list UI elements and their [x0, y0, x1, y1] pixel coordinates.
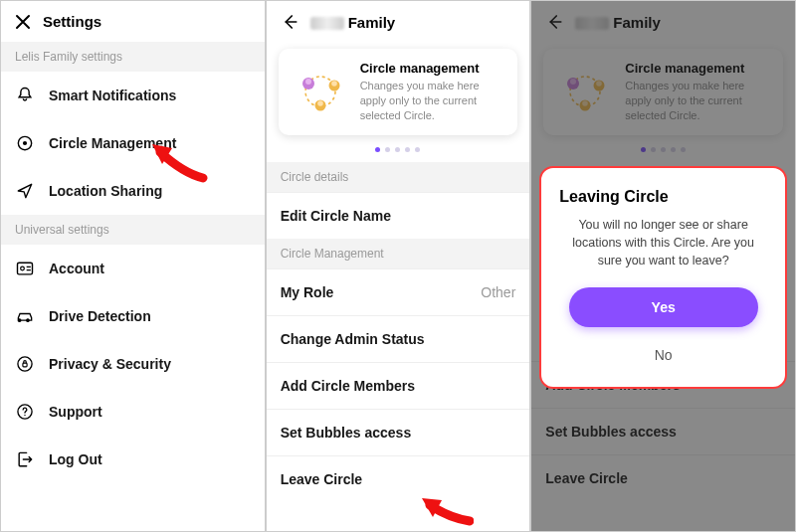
svg-rect-2	[18, 263, 33, 274]
svg-point-11	[331, 81, 337, 87]
people-circle-icon	[293, 64, 348, 119]
back-icon[interactable]	[281, 13, 298, 31]
settings-header: Settings	[1, 1, 265, 42]
logout-icon	[15, 449, 35, 469]
svg-point-9	[305, 79, 311, 85]
car-icon	[15, 306, 35, 326]
list-item-label: Privacy & Security	[49, 356, 171, 372]
dot-icon	[395, 147, 400, 152]
bell-icon	[15, 86, 35, 105]
list-item-label: Drive Detection	[49, 308, 151, 324]
log-out-item[interactable]: Log Out	[1, 436, 265, 483]
circle-header: Family	[267, 1, 530, 43]
smart-notifications-item[interactable]: Smart Notifications	[1, 72, 265, 119]
redacted-name	[310, 17, 344, 30]
list-item-label: Smart Notifications	[49, 88, 176, 103]
close-icon[interactable]	[15, 14, 31, 30]
svg-point-4	[18, 357, 32, 371]
row-label: Edit Circle Name	[281, 208, 391, 224]
location-sharing-item[interactable]: Location Sharing	[1, 167, 265, 215]
row-label: Set Bubbles access	[281, 425, 412, 441]
svg-rect-5	[23, 363, 27, 367]
edit-circle-name-item[interactable]: Edit Circle Name	[267, 192, 530, 239]
set-bubbles-access-item[interactable]: Set Bubbles access	[267, 409, 530, 455]
list-item-label: Log Out	[49, 451, 102, 467]
list-item-label: Account	[49, 261, 104, 276]
section-family-settings: Lelis Family settings	[1, 42, 265, 72]
page-title: Settings	[43, 13, 101, 30]
circle-management-item[interactable]: Circle Management	[1, 119, 265, 167]
section-circle-details: Circle details	[267, 162, 530, 192]
dot-icon	[415, 147, 420, 152]
svg-point-13	[317, 100, 323, 106]
account-item[interactable]: Account	[1, 245, 265, 292]
settings-screen: Settings Lelis Family settings Smart Not…	[0, 0, 266, 532]
support-item[interactable]: Support	[1, 388, 265, 436]
dialog-title: Leaving Circle	[559, 188, 767, 206]
privacy-security-item[interactable]: Privacy & Security	[1, 340, 265, 388]
circle-management-card[interactable]: Circle management Changes you make here …	[279, 49, 518, 135]
svg-point-3	[21, 266, 25, 270]
circle-screen: Family Circle management Changes you mak…	[266, 0, 531, 532]
help-icon	[15, 402, 35, 422]
my-role-item[interactable]: My Role Other	[267, 268, 530, 315]
section-circle-management: Circle Management	[267, 239, 530, 268]
lock-icon	[15, 354, 35, 374]
dot-icon	[375, 147, 380, 152]
drive-detection-item[interactable]: Drive Detection	[1, 292, 265, 340]
target-icon	[15, 133, 35, 153]
breadcrumb: Family	[310, 14, 396, 31]
account-icon	[15, 259, 35, 278]
list-item-label: Support	[49, 404, 102, 420]
row-label: Add Circle Members	[281, 378, 415, 394]
row-value: Other	[481, 284, 515, 300]
dot-icon	[385, 147, 390, 152]
section-universal-settings: Universal settings	[1, 215, 265, 245]
svg-point-1	[23, 141, 27, 145]
yes-button[interactable]: Yes	[569, 287, 758, 327]
change-admin-status-item[interactable]: Change Admin Status	[267, 315, 530, 362]
row-label: My Role	[281, 284, 334, 300]
row-label: Change Admin Status	[281, 331, 425, 347]
list-item-label: Location Sharing	[49, 183, 162, 199]
leaving-circle-dialog: Leaving Circle You will no longer see or…	[539, 166, 787, 389]
page-indicator	[267, 143, 530, 162]
no-button[interactable]: No	[635, 341, 693, 369]
dot-icon	[405, 147, 410, 152]
leave-dialog-screen: Family Circle management Changes you mak…	[530, 0, 796, 532]
leave-circle-item[interactable]: Leave Circle	[267, 455, 530, 502]
card-subtitle: Changes you make here apply only to the …	[360, 79, 504, 123]
list-item-label: Circle Management	[49, 135, 176, 151]
location-icon	[15, 181, 35, 201]
dialog-message: You will no longer see or share location…	[559, 216, 767, 269]
row-label: Leave Circle	[281, 471, 363, 487]
add-circle-members-item[interactable]: Add Circle Members	[267, 362, 530, 409]
card-title: Circle management	[360, 61, 504, 76]
